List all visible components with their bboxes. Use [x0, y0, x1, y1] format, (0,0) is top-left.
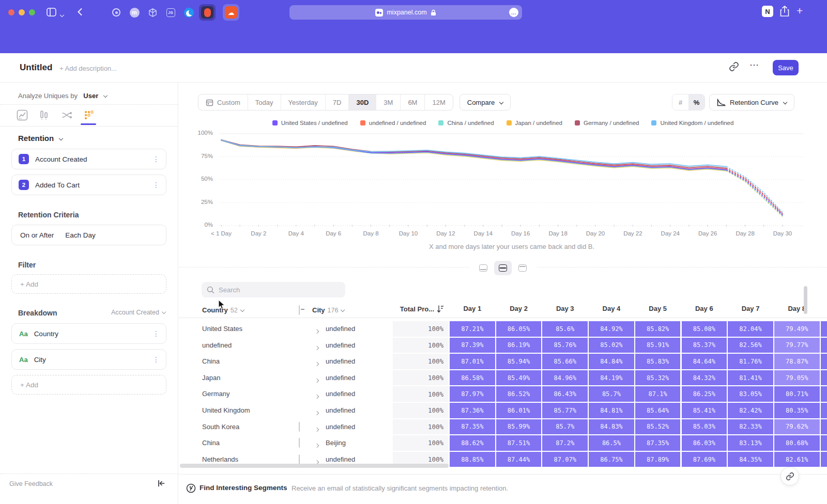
legend-item[interactable]: undefined / undefined [360, 120, 426, 126]
vertical-scrollbar[interactable] [804, 286, 807, 314]
total-column-header[interactable]: Total Pro... [375, 305, 443, 313]
copy-link-icon[interactable] [729, 61, 739, 74]
retention-value-cell: 79.77% [774, 338, 820, 353]
row-checkbox[interactable] [299, 422, 300, 432]
day-column-header[interactable]: Day 6 [682, 305, 727, 312]
compare-button[interactable]: Compare [460, 94, 511, 111]
day-column-header[interactable]: Day 8 [774, 305, 820, 312]
range-custom[interactable]: Custom [198, 94, 248, 110]
day-column-header[interactable]: Day 4 [589, 305, 634, 312]
expand-chevron-icon[interactable] [315, 441, 318, 450]
day-column-header[interactable]: Day 3 [542, 305, 588, 312]
expand-chevron-icon[interactable] [315, 425, 318, 434]
table-row: South Koreaundefined100%87.35%85.99%85.7… [179, 419, 827, 435]
row-checkbox[interactable] [299, 454, 300, 464]
table-search-input[interactable] [219, 286, 332, 294]
retention-criteria-card[interactable]: On or After Each Day [11, 225, 166, 245]
breakdown-country[interactable]: Aa Country ⋮ [11, 323, 166, 344]
legend-item[interactable]: United Kingdom / undefined [651, 120, 733, 126]
layout-table-toggle[interactable] [514, 261, 531, 275]
cube-favicon[interactable] [146, 6, 159, 19]
legend-item[interactable]: Japan / undefined [507, 120, 562, 126]
retention-section-title[interactable]: Retention [18, 134, 63, 143]
js-favicon[interactable]: JS [164, 6, 177, 19]
day-column-header[interactable]: Day 1 [450, 305, 495, 312]
retention-value-cell-clipped [821, 452, 827, 467]
legend-item[interactable]: China / undefined [438, 120, 494, 126]
expand-chevron-icon[interactable] [315, 392, 318, 401]
retention-value-cell: 87.07% [542, 452, 588, 467]
expand-chevron-icon[interactable] [315, 327, 318, 336]
day-column-header[interactable]: Day 2 [496, 305, 542, 312]
layout-chart-toggle[interactable] [474, 261, 492, 275]
format-percent-toggle[interactable]: % [688, 94, 705, 110]
step-kebab-icon[interactable]: ⋮ [152, 155, 160, 163]
criteria-each-day[interactable]: Each Day [65, 231, 96, 239]
city-cell: undefined [326, 423, 355, 431]
criteria-on-or-after[interactable]: On or After [20, 231, 54, 239]
breakdown-kebab-icon[interactable]: ⋮ [152, 355, 160, 364]
report-description-placeholder[interactable]: + Add description... [59, 65, 117, 72]
url-bar[interactable]: mixpanel.com ... [289, 5, 522, 20]
give-feedback-link[interactable]: Give Feedback [9, 480, 53, 487]
breakdown-event-selector[interactable]: Account Created [111, 309, 165, 316]
analyze-uniques-row[interactable]: Analyze Uniques by User [18, 91, 107, 100]
format-number-toggle[interactable]: # [672, 94, 688, 110]
tab-retention[interactable] [82, 108, 96, 122]
expand-chevron-icon[interactable] [315, 408, 318, 418]
more-options-button[interactable]: ⋯ [749, 59, 759, 71]
segments-title[interactable]: Find Interesting Segments [200, 484, 287, 492]
tab-funnels[interactable] [38, 108, 51, 122]
range-3m[interactable]: 3M [376, 94, 400, 110]
range-6m[interactable]: 6M [400, 94, 424, 110]
target-favicon[interactable] [110, 6, 123, 19]
filter-add-button[interactable]: + Add [11, 274, 166, 294]
breakdown-kebab-icon[interactable]: ⋮ [152, 329, 160, 338]
share-icon[interactable] [779, 6, 790, 19]
range-30d[interactable]: 30D [348, 94, 376, 110]
report-title[interactable]: Untitled [20, 62, 52, 73]
window-zoom-button[interactable] [29, 9, 35, 15]
new-tab-icon[interactable]: + [797, 5, 803, 17]
range-12m[interactable]: 12M [424, 94, 452, 110]
row-checkbox[interactable] [299, 438, 300, 448]
expand-chevron-icon[interactable] [315, 343, 318, 353]
m-favicon[interactable]: m [128, 6, 141, 19]
save-button[interactable]: Save [773, 60, 799, 75]
chart-type-dropdown[interactable]: Retention Curve [709, 94, 794, 111]
legend-item[interactable]: Germany / undefined [575, 120, 639, 126]
sidebar-chevron-icon[interactable] [60, 10, 64, 20]
range-7d[interactable]: 7D [325, 94, 349, 110]
share-link-floating-button[interactable] [780, 467, 799, 485]
breakdown-add-button[interactable]: + Add [11, 375, 166, 395]
tab-flows[interactable] [60, 108, 73, 122]
retention-step-1[interactable]: 1 Account Created ⋮ [11, 149, 166, 169]
step-kebab-icon[interactable]: ⋮ [152, 181, 160, 189]
producthunt-favicon[interactable] [201, 6, 214, 19]
tab-insights[interactable] [16, 108, 29, 122]
expand-chevron-icon[interactable] [315, 376, 318, 385]
retention-value-cell: 81.41% [728, 370, 773, 386]
layout-split-toggle[interactable] [494, 261, 512, 275]
back-icon[interactable] [75, 7, 85, 19]
browser-sidebar-icon[interactable] [47, 7, 56, 19]
range-yesterday[interactable]: Yesterday [281, 94, 325, 110]
city-column-header[interactable]: City176 [312, 305, 344, 314]
city-select-all-checkbox[interactable] [299, 305, 300, 315]
horizontal-scrollbar[interactable] [180, 464, 449, 468]
soundcloud-favicon[interactable]: ☁ [224, 6, 238, 19]
window-minimize-button[interactable] [19, 9, 25, 15]
day-column-header[interactable]: Day 7 [728, 305, 773, 312]
legend-item[interactable]: United States / undefined [272, 120, 348, 126]
notion-extension-icon[interactable]: N [762, 6, 773, 17]
collapse-sidebar-icon[interactable] [157, 479, 165, 490]
range-today[interactable]: Today [248, 94, 281, 110]
window-close-button[interactable] [8, 9, 14, 15]
bird-favicon[interactable] [182, 6, 195, 19]
table-search[interactable] [202, 282, 345, 297]
retention-step-2[interactable]: 2 Added To Cart ⋮ [11, 175, 166, 195]
url-overflow-button[interactable]: ... [509, 8, 518, 17]
expand-chevron-icon[interactable] [315, 359, 318, 369]
breakdown-city[interactable]: Aa City ⋮ [11, 349, 166, 370]
day-column-header[interactable]: Day 5 [635, 305, 681, 312]
